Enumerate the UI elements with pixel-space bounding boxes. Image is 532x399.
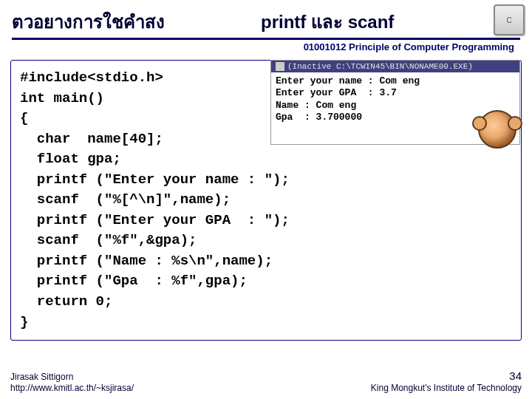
header-divider <box>12 38 520 40</box>
institution: King Mongkut's Institute of Technology <box>371 383 522 395</box>
system-menu-icon <box>276 62 284 71</box>
author-name: Jirasak Sittigorn <box>10 372 134 383</box>
footer-right: 34 King Mongkut's Institute of Technolog… <box>371 369 522 395</box>
slide-header: C ตวอยางการใชคำสง printf และ scanf 01001… <box>0 0 532 52</box>
main-content: #include<stdio.h> int main() { char name… <box>10 60 522 341</box>
title-right: printf และ scanf <box>261 7 394 36</box>
console-window: (Inactive C:\TCWIN45\BIN\NONAME00.EXE) E… <box>270 60 520 145</box>
console-title-text: (Inactive C:\TCWIN45\BIN\NONAME00.EXE) <box>287 62 473 71</box>
console-titlebar: (Inactive C:\TCWIN45\BIN\NONAME00.EXE) <box>271 61 519 72</box>
slide-number: 34 <box>371 369 522 383</box>
title-row: ตวอยางการใชคำสง printf และ scanf <box>12 7 520 36</box>
language-badge: C <box>494 4 525 35</box>
author-url: http://www.kmitl.ac.th/~ksjirasa/ <box>10 383 134 395</box>
title-left: ตวอยางการใชคำสง <box>12 7 165 36</box>
course-subtitle: 01001012 Principle of Computer Programmi… <box>12 41 520 52</box>
monkey-mascot-icon <box>478 110 516 149</box>
footer-left: Jirasak Sittigorn http://www.kmitl.ac.th… <box>10 372 134 395</box>
slide-footer: Jirasak Sittigorn http://www.kmitl.ac.th… <box>10 369 522 395</box>
